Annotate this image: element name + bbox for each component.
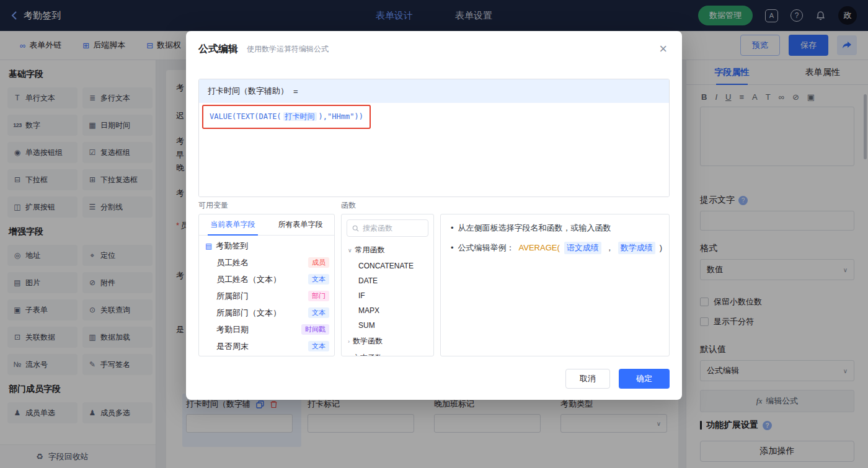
dialog-title: 公式编辑 xyxy=(198,43,238,56)
formula-edit-dialog: 公式编辑 使用数学运算符编辑公式 × 打卡时间（数字辅助） = VALUE(TE… xyxy=(186,31,682,400)
close-icon[interactable]: × xyxy=(659,42,667,56)
help-line-2: • 公式编辑举例：AVERAGE( 语文成绩 ， 数学成绩 ) xyxy=(451,242,659,254)
example-field-token: 数学成绩 xyxy=(618,242,655,254)
confirm-button[interactable]: 确定 xyxy=(619,369,670,389)
type-tag: 时间戳 xyxy=(301,324,329,335)
example-function: AVERAGE( xyxy=(519,242,560,254)
bullet: • xyxy=(451,222,454,234)
equals-sign: = xyxy=(293,87,298,96)
dialog-header: 公式编辑 使用数学运算符编辑公式 × xyxy=(186,31,682,67)
functions-label: 函数 xyxy=(341,200,356,211)
variable-department[interactable]: 所属部门部门 xyxy=(199,288,334,304)
search-icon xyxy=(352,224,359,232)
function-concatenate[interactable]: CONCATENATE xyxy=(342,258,433,273)
function-mapx[interactable]: MAPX xyxy=(342,303,433,318)
formula-help-panel: • 从左侧面板选择字段名和函数，或输入函数 • 公式编辑举例：AVERAGE( … xyxy=(440,214,670,356)
form-doc-icon: ▤ xyxy=(205,242,212,250)
variable-attendance-date[interactable]: 考勤日期时间戳 xyxy=(199,321,334,338)
help-line-1: • 从左侧面板选择字段名和函数，或输入函数 xyxy=(451,222,659,234)
type-tag: 文本 xyxy=(308,341,329,351)
formula-input-area[interactable]: VALUE(TEXT(DATE(打卡时间),"HHmm")) xyxy=(199,103,669,197)
chevron-down-icon: ∨ xyxy=(348,247,352,254)
tab-all-form-fields[interactable]: 所有表单字段 xyxy=(267,214,334,235)
type-tag: 部门 xyxy=(308,291,329,301)
function-search-input[interactable] xyxy=(363,224,423,232)
cancel-button[interactable]: 取消 xyxy=(565,369,610,389)
example-field-token: 语文成绩 xyxy=(564,242,601,254)
functions-panel: ∨ 常用函数 CONCATENATE DATE IF MAPX SUM › 数学… xyxy=(341,214,434,356)
variables-panel: 当前表单字段 所有表单字段 ▤ 考勤签到 员工姓名成员 员工姓名（文本）文本 所… xyxy=(198,214,335,356)
type-tag: 文本 xyxy=(308,274,329,285)
formula-code: VALUE(TEXT(DATE(打卡时间),"HHmm")) xyxy=(210,112,363,122)
formula-editor-box: 打卡时间（数字辅助） = VALUE(TEXT(DATE(打卡时间),"HHmm… xyxy=(198,79,670,197)
function-group-math[interactable]: › 数学函数 xyxy=(342,333,433,350)
formula-target-bar: 打卡时间（数字辅助） = xyxy=(199,79,669,103)
tab-current-form-fields[interactable]: 当前表单字段 xyxy=(199,214,267,235)
variables-tabs: 当前表单字段 所有表单字段 xyxy=(199,214,334,236)
dialog-subtitle: 使用数学运算符编辑公式 xyxy=(247,44,329,55)
variables-root-label: 考勤签到 xyxy=(216,241,248,252)
variable-department-text[interactable]: 所属部门（文本）文本 xyxy=(199,304,334,321)
chevron-right-icon: › xyxy=(348,355,350,357)
variable-employee-name-text[interactable]: 员工姓名（文本）文本 xyxy=(199,271,334,288)
function-if[interactable]: IF xyxy=(342,288,433,303)
function-group-text[interactable]: › 文本函数 xyxy=(342,350,433,356)
type-tag: 文本 xyxy=(308,307,329,318)
bullet: • xyxy=(451,242,454,254)
function-search-box xyxy=(347,219,428,237)
chevron-right-icon: › xyxy=(348,338,350,345)
type-tag: 成员 xyxy=(308,257,329,268)
function-date[interactable]: DATE xyxy=(342,273,433,288)
formula-target-field: 打卡时间（数字辅助） xyxy=(208,86,288,97)
function-sum[interactable]: SUM xyxy=(342,318,433,333)
variable-employee-name[interactable]: 员工姓名成员 xyxy=(199,254,334,271)
variables-label: 可用变量 xyxy=(198,200,228,211)
variable-is-weekend[interactable]: 是否周末文本 xyxy=(199,338,334,355)
function-group-common[interactable]: ∨ 常用函数 xyxy=(342,242,433,258)
dialog-footer: 取消 确定 xyxy=(565,369,670,389)
variables-root-node[interactable]: ▤ 考勤签到 xyxy=(199,236,334,254)
field-token[interactable]: 打卡时间 xyxy=(283,112,317,121)
annotation-highlight-box: VALUE(TEXT(DATE(打卡时间),"HHmm")) xyxy=(202,105,371,129)
